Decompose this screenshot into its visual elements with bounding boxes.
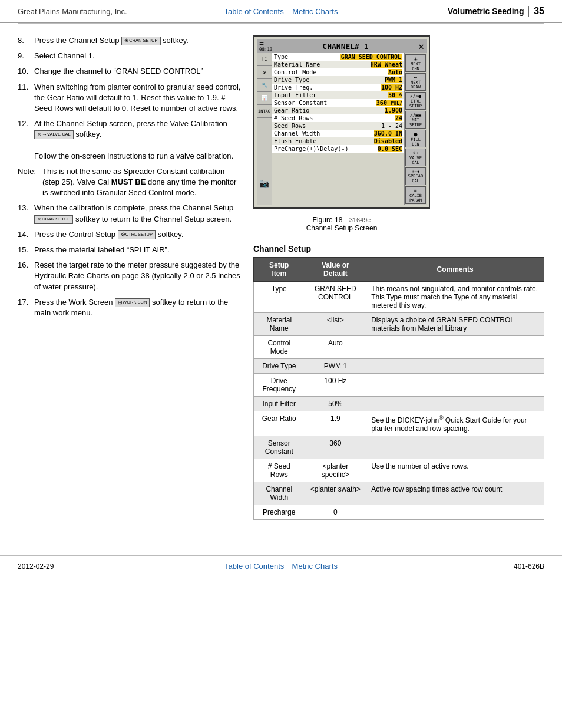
setup-table: SetupItem Value orDefault Comments Type … (253, 257, 544, 520)
softkey-valve-cal[interactable]: ✳→VALVE CAL (405, 149, 426, 166)
cell-type-item: Type (254, 282, 305, 313)
softkey-mat-setup[interactable]: △/▣▣MAT SETUP (405, 111, 426, 129)
step-10-content: Change the channel to “GRAN SEED CONTROL… (34, 66, 242, 77)
figure-id: 31649e (349, 216, 371, 223)
step-17-content: Press the Work Screen ⊞WORK SCN softkey … (34, 297, 242, 318)
step-15-content: Press the material labelled “SPLIT AIR”. (34, 245, 242, 255)
cell-chanwidth-value: <planter swath> (305, 482, 366, 505)
company-name: Great Plains Manufacturing, Inc. (18, 7, 193, 16)
cell-drivetype-comment (366, 359, 544, 374)
figure-title: Figure 18 (313, 216, 343, 224)
page-number: 35 (534, 6, 544, 16)
icon-gear: ⚙ (257, 66, 272, 79)
step-13-num: 13. (18, 203, 34, 224)
row-precharge-value: 0.0 SEC (378, 146, 402, 152)
softkey-next-chn[interactable]: ✳NEXT CHN (405, 54, 426, 72)
row-ctrlmode-label: Control Mode (274, 69, 316, 75)
step-13-content: When the calibration is complete, press … (34, 203, 242, 224)
note-label: Note: (18, 166, 42, 199)
row-drivetype-value: PWM 1 (385, 77, 402, 83)
table-row: Precharge 0 (254, 505, 544, 520)
icon-camera: 📷 (257, 177, 272, 190)
step-17-num: 17. (18, 297, 34, 318)
col-header-comments: Comments (366, 258, 544, 282)
softkey-next-draw[interactable]: ↔NEXT DRAW (405, 73, 426, 91)
cell-sensor-comment (366, 436, 544, 459)
step-9-num: 9. (18, 51, 34, 61)
softkey-spread-cal[interactable]: ✳→◀SPREAD CAL (405, 167, 426, 185)
metric-charts-link-footer[interactable]: Metric Charts (292, 562, 338, 571)
row-inputfilter-label: Input Filter (274, 92, 316, 98)
row-drivetype-label: Drive Type (274, 77, 309, 83)
metric-charts-link-header[interactable]: Metric Charts (292, 7, 338, 16)
footer-date: 2012-02-29 (18, 562, 193, 571)
cell-inputfilter-value: 50% (305, 397, 366, 411)
row-seedrows-value: 24 (395, 115, 402, 121)
table-row: # Seed Rows <planter specific> Use the n… (254, 459, 544, 482)
cell-matname-comment: Displays a choice of GRAN SEED CONTROL m… (366, 313, 544, 336)
screen-top-left: ☰08:13 (259, 40, 273, 52)
cell-type-comment: This means not singulated, and monitor c… (366, 282, 544, 313)
row-seedrows2-label: Seed Rows (274, 123, 306, 129)
company-label: Great Plains Manufacturing, Inc. (18, 7, 127, 16)
row-ctrlmode-value: Auto (388, 69, 402, 75)
icon-tc: TC (257, 53, 272, 66)
cell-precharge-value: 0 (305, 505, 366, 520)
row-flush-label: Flush Enable (274, 138, 316, 144)
cell-type-value: GRAN SEED CONTROL (305, 282, 366, 313)
row-inputfilter-value: 50 % (388, 92, 402, 98)
figure-subtitle: Channel Setup Screen (306, 224, 378, 232)
icon-spacer (257, 118, 272, 177)
footer-docnum: 401-626B (369, 562, 544, 571)
cell-matname-value: <list> (305, 313, 366, 336)
device-screen: ☰08:13 CHANNEL# 1 ✕ TC ⚙ 🔧 📊 iNTAG 📷 (253, 35, 430, 209)
step-8: 8. Press the Channel Setup ✳CHAN SETUP s… (18, 35, 242, 46)
step-11-content: When switching from planter control to g… (34, 82, 242, 114)
step-16-content: Reset the target rate to the meter press… (34, 260, 242, 292)
row-sensor-value: 360 PUL/ (376, 100, 402, 106)
toc-link-header[interactable]: Table of Contents (224, 7, 284, 16)
step-note: Note: This is not the same as Spreader C… (18, 166, 242, 199)
step-10: 10. Change the channel to “GRAN SEED CON… (18, 66, 242, 77)
row-matname-value: HRW Wheat (371, 61, 402, 68)
left-column: 8. Press the Channel Setup ✳CHAN SETUP s… (18, 35, 242, 520)
chan-setup-icon-8: ✳CHAN SETUP (121, 37, 160, 45)
table-row: Sensor Constant 360 (254, 436, 544, 459)
table-row: Type GRAN SEED CONTROL This means not si… (254, 282, 544, 313)
cell-inputfilter-item: Input Filter (254, 397, 305, 411)
row-chanwidth-label: Channel Width (274, 130, 320, 137)
valve-cal-icon: ✳→VALVE CAL (34, 130, 74, 139)
cell-inputfilter-comment (366, 397, 544, 411)
table-row: Drive Type PWM 1 (254, 359, 544, 374)
row-drivefreq-value: 100 HZ (381, 84, 402, 91)
cell-seedrows-value: <planter specific> (305, 459, 366, 482)
table-row: Material Name <list> Displays a choice o… (254, 313, 544, 336)
cell-ctrlmode-comment (366, 336, 544, 359)
row-matname-label: Material Name (274, 61, 320, 68)
softkey-calib-param[interactable]: ≡CALIB PARAM (405, 186, 426, 204)
row-drivefreq-label: Drive Freq. (274, 84, 313, 91)
header-nav: Table of Contents Metric Charts (193, 7, 369, 16)
softkey-fill-den[interactable]: ●FILL DEN (405, 130, 426, 147)
cell-drivetype-value: PWM 1 (305, 359, 366, 374)
step-list: 8. Press the Channel Setup ✳CHAN SETUP s… (18, 35, 242, 318)
cell-drivefreq-comment (366, 374, 544, 397)
table-row: Drive Frequency 100 Hz (254, 374, 544, 397)
toc-link-footer[interactable]: Table of Contents (224, 562, 284, 571)
step-10-num: 10. (18, 66, 34, 77)
step-8-num: 8. (18, 35, 34, 46)
row-flush-value: Disabled (374, 138, 402, 144)
step-15: 15. Press the material labelled “SPLIT A… (18, 245, 242, 255)
softkey-etrl-setup[interactable]: ⚡/△●ETRL SETUP (405, 92, 426, 110)
row-sensor-label: Sensor Constant (274, 100, 327, 106)
cell-gear-value: 1.9 (305, 411, 366, 436)
cell-seedrows-item: # Seed Rows (254, 459, 305, 482)
table-row: Input Filter 50% (254, 397, 544, 411)
cell-ctrlmode-value: Auto (305, 336, 366, 359)
cell-chanwidth-comment: Active row spacing times active row coun… (366, 482, 544, 505)
step-12: 12. At the Channel Setup screen, press t… (18, 118, 242, 162)
cell-sensor-value: 360 (305, 436, 366, 459)
cell-chanwidth-item: Channel Width (254, 482, 305, 505)
step-15-num: 15. (18, 245, 34, 255)
chan-setup-icon-13: ✳CHAN SETUP (34, 215, 73, 224)
